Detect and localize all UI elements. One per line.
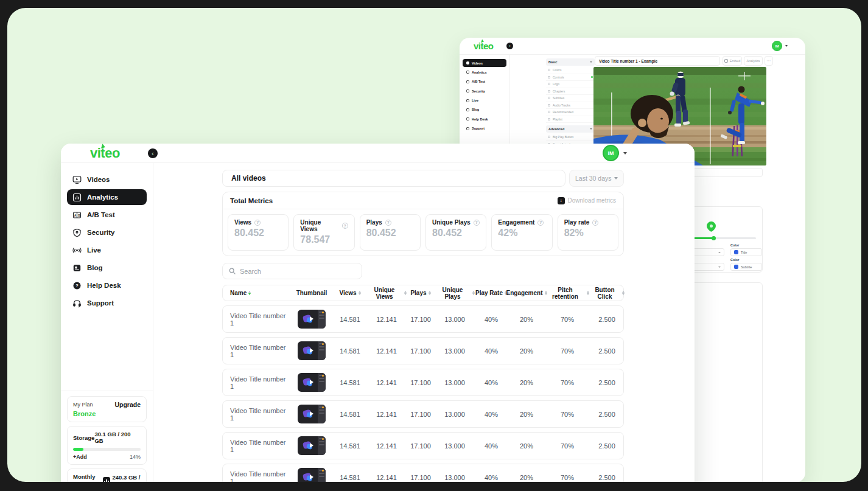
settings-item-recommended[interactable]: Recommended <box>546 109 595 116</box>
bg-sidebar-item-security[interactable]: Security <box>463 87 506 95</box>
sidebar-item-support[interactable]: Support <box>67 295 147 311</box>
color-label: Color <box>730 243 762 247</box>
table-row[interactable]: Video Title number 1 14.58112.14117.1001… <box>222 305 624 333</box>
settings-item-controls[interactable]: Controls <box>546 74 595 82</box>
help-icon[interactable]: ? <box>342 223 348 229</box>
bg-sidebar-item-a-b-test[interactable]: A/B Test <box>463 78 506 86</box>
sidebar-item-live[interactable]: Live <box>67 242 147 258</box>
search-icon <box>229 268 236 274</box>
window-header: viteo ‹ IM <box>61 144 695 163</box>
metric-cell: 14.581 <box>334 379 366 386</box>
embed-button[interactable]: Embed <box>723 56 742 66</box>
sidebar-item-videos[interactable]: Videos <box>67 172 147 187</box>
column-header-button-click[interactable]: Button Click <box>589 287 625 300</box>
video-thumbnail[interactable] <box>290 373 334 392</box>
settings-item-playlist[interactable]: Playlist <box>546 116 595 124</box>
sidebar-item-label: Support <box>87 299 114 307</box>
video-thumbnail[interactable] <box>290 341 334 360</box>
settings-item-big-play-button[interactable]: Big Play Button <box>546 134 595 141</box>
bandwidth-label: Monthly Bandwidth <box>73 473 103 482</box>
user-menu[interactable]: IM <box>603 145 627 161</box>
date-range-dropdown[interactable]: Last 30 days <box>569 170 624 187</box>
sidebar-item-blog[interactable]: Blog <box>67 260 147 276</box>
metric-label: Play rate <box>564 219 590 226</box>
metric-cards: Views ? 80.452 Unique Views ? 78.547 Pla… <box>223 209 623 256</box>
column-header-plays[interactable]: Plays <box>407 290 435 296</box>
play-icon <box>310 443 313 448</box>
column-header-name[interactable]: Name <box>223 290 290 296</box>
video-scope-dropdown[interactable]: All videos <box>222 170 565 187</box>
column-header-engagement[interactable]: Engagement <box>508 290 545 296</box>
bg-sidebar-item-videos[interactable]: Videos <box>463 59 506 67</box>
video-title-input[interactable]: Video Title number 1 - Example <box>595 56 720 66</box>
settings-item-label: Audio Tracks <box>553 103 570 107</box>
help-icon[interactable]: ? <box>474 220 480 226</box>
settings-section-basic[interactable]: Basic <box>546 58 595 66</box>
settings-item-subtitles[interactable]: Subtitles <box>546 95 595 102</box>
table-row[interactable]: Video Title number 1 14.58112.14117.1001… <box>222 337 624 364</box>
settings-item-logo[interactable]: Logo <box>546 81 595 88</box>
color-select[interactable]: Title <box>730 248 762 256</box>
storage-usage: 30.1 GB / 200 GB <box>94 431 141 444</box>
settings-item-audio-tracks[interactable]: Audio Tracks <box>546 102 595 110</box>
help-icon[interactable]: ? <box>592 220 598 226</box>
sort-icon[interactable] <box>429 291 431 296</box>
sidebar-item-a-b-test[interactable]: AB A/B Test <box>67 207 147 223</box>
help-icon[interactable]: ? <box>537 220 544 226</box>
settings-section-advanced[interactable]: Advanced <box>546 125 595 133</box>
search-input[interactable]: Search <box>222 263 362 279</box>
slider-handle[interactable] <box>712 236 716 240</box>
metric-cell: 14.581 <box>334 316 366 323</box>
video-thumbnail[interactable] <box>290 310 334 329</box>
bg-sidebar-item-live[interactable]: Live <box>463 97 506 105</box>
chevron-down-icon <box>785 45 788 47</box>
bg-sidebar-item-support[interactable]: Support <box>463 125 506 133</box>
sort-icon[interactable] <box>248 291 251 296</box>
avatar[interactable]: IM <box>603 145 619 161</box>
add-storage-button[interactable]: +Add <box>73 454 87 460</box>
column-header-pitch-retention[interactable]: Pitch retention <box>545 287 589 300</box>
user-menu[interactable]: IM <box>772 41 788 51</box>
more-menu-button[interactable]: ⋯ <box>765 56 773 66</box>
table-row[interactable]: Video Title number 1 14.58112.14117.1001… <box>222 432 624 459</box>
help-icon[interactable]: ? <box>385 220 391 226</box>
video-thumbnail[interactable] <box>290 405 334 423</box>
help-icon[interactable]: ? <box>254 220 261 226</box>
bg-sidebar-item-help-desk[interactable]: Help Desk <box>463 115 506 123</box>
sidebar-collapse-button[interactable]: ‹ <box>148 148 158 158</box>
sidebar-item-analytics[interactable]: Analytics <box>67 189 147 205</box>
chevron-down-icon <box>590 128 592 130</box>
metric-cell: 2.500 <box>589 347 625 355</box>
settings-item-chapters[interactable]: Chapters <box>546 88 595 96</box>
table-row[interactable]: Video Title number 1 14.58112.14117.1001… <box>222 369 624 396</box>
column-header-thumbnail[interactable]: Thumbnail <box>290 290 334 296</box>
analytics-button[interactable]: Analytics <box>744 56 763 66</box>
video-name: Video Title number 1 <box>223 407 290 422</box>
metric-cell: 17.100 <box>407 442 435 450</box>
sidebar-item-security[interactable]: Security <box>67 225 147 240</box>
bg-sidebar-item-analytics[interactable]: Analytics <box>463 68 506 76</box>
sort-icon[interactable] <box>622 291 625 296</box>
sidebar-collapse-button[interactable]: ‹ <box>506 43 513 49</box>
video-thumbnail[interactable] <box>290 468 334 482</box>
upgrade-button[interactable]: Upgrade <box>114 401 141 408</box>
thumbnail-image <box>298 436 326 455</box>
table-row[interactable]: Video Title number 1 14.58112.14117.1001… <box>222 464 624 482</box>
metric-cell: 14.581 <box>334 442 366 450</box>
download-metrics-button[interactable]: ↓ Download metrics <box>558 197 616 204</box>
thumbnail-image <box>298 405 326 423</box>
table-row[interactable]: Video Title number 1 14.58112.14117.1001… <box>222 400 624 428</box>
column-header-unique-plays[interactable]: Unique Plays <box>435 287 475 300</box>
color-select[interactable]: Subtitle <box>730 263 762 271</box>
column-header-unique-views[interactable]: Unique Views <box>366 287 407 300</box>
column-header-play-rate[interactable]: Play Rate <box>475 290 508 296</box>
bg-sidebar-item-blog[interactable]: Blog <box>463 106 506 114</box>
sort-icon[interactable] <box>359 291 361 296</box>
timeline-pin-icon[interactable] <box>705 220 718 232</box>
sidebar-item-help-desk[interactable]: ? Help Desk <box>67 277 147 293</box>
settings-item-colors[interactable]: Colors <box>546 67 595 74</box>
video-name: Video Title number 1 <box>223 344 290 358</box>
column-header-views[interactable]: Views <box>334 290 366 296</box>
avatar[interactable]: IM <box>772 41 782 51</box>
video-thumbnail[interactable] <box>290 436 334 455</box>
